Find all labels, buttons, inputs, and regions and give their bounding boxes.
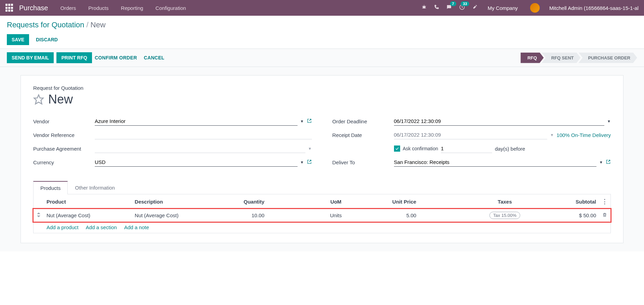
- col-actions: ⋮: [599, 194, 610, 209]
- confirm-days-input[interactable]: [441, 144, 492, 153]
- order-deadline-caret-icon[interactable]: ▼: [607, 119, 611, 123]
- deliver-to-input[interactable]: [394, 158, 597, 167]
- order-deadline-input[interactable]: [394, 117, 605, 126]
- top-navbar: Purchase Orders Products Reporting Confi…: [0, 0, 644, 16]
- add-section-link[interactable]: Add a section: [86, 224, 117, 230]
- cell-quantity[interactable]: 10.00: [220, 209, 267, 222]
- vendor-external-link-icon[interactable]: [307, 118, 312, 124]
- svg-marker-7: [34, 95, 43, 104]
- on-time-delivery-link[interactable]: 100% On-Time Delivery: [556, 132, 611, 138]
- vendor-ref-row: Vendor Reference: [33, 130, 312, 139]
- form-grid: Vendor ▼ Vendor Reference: [33, 117, 611, 171]
- save-button[interactable]: SAVE: [7, 34, 29, 45]
- sheet-container: Request for Quotation New Vendor ▼: [0, 67, 644, 251]
- cell-taxes[interactable]: Tax 15.00%: [419, 209, 552, 222]
- ask-confirmation-label: Ask confirmation: [403, 146, 438, 151]
- vendor-input[interactable]: [95, 117, 298, 126]
- purchase-agreement-caret-icon[interactable]: ▼: [308, 147, 312, 151]
- print-rfq-button[interactable]: PRINT RFQ: [56, 52, 92, 63]
- tab-other-information[interactable]: Other Information: [68, 181, 122, 194]
- breadcrumb-current: New: [91, 20, 106, 29]
- navbar-right: 7 33 My Company Mitchell Admin (16566864…: [421, 3, 639, 13]
- currency-row: Currency ▼: [33, 158, 312, 167]
- confirm-order-button[interactable]: CONFIRM ORDER: [95, 55, 137, 60]
- vendor-caret-icon[interactable]: ▼: [300, 119, 304, 123]
- cell-product[interactable]: Nut (Average Cost): [44, 209, 132, 222]
- svg-line-5: [425, 8, 426, 8]
- deliver-to-external-link-icon[interactable]: [606, 159, 611, 165]
- vendor-ref-input[interactable]: [95, 130, 312, 139]
- page-title: New: [48, 92, 73, 107]
- title-row: New: [33, 92, 611, 107]
- breadcrumb: Requests for Quotation / New: [7, 20, 637, 29]
- add-row: Add a product Add a section Add a note: [34, 222, 610, 233]
- bug-icon[interactable]: [421, 4, 427, 11]
- receipt-date-input[interactable]: [394, 130, 548, 139]
- ask-confirmation-checkbox[interactable]: [394, 145, 400, 152]
- action-bar: SEND BY EMAIL PRINT RFQ CONFIRM ORDER CA…: [0, 49, 644, 67]
- discard-button[interactable]: DISCARD: [36, 37, 58, 42]
- trash-icon[interactable]: [602, 212, 607, 218]
- currency-caret-icon[interactable]: ▼: [300, 160, 304, 164]
- currency-external-link-icon[interactable]: [307, 159, 312, 165]
- nav-links: Orders Products Reporting Configuration: [61, 5, 186, 11]
- col-description: Description: [132, 194, 220, 209]
- phone-icon[interactable]: [434, 4, 439, 11]
- days-before-label: day(s) before: [495, 146, 525, 152]
- nav-link-orders[interactable]: Orders: [61, 5, 76, 11]
- apps-icon[interactable]: [5, 4, 14, 12]
- nav-link-configuration[interactable]: Configuration: [156, 5, 186, 11]
- breadcrumb-root[interactable]: Requests for Quotation: [7, 20, 84, 29]
- cell-unit-price[interactable]: 5.00: [366, 209, 419, 222]
- purchase-agreement-input[interactable]: [95, 144, 305, 153]
- form-sheet: Request for Quotation New Vendor ▼: [21, 75, 623, 243]
- save-discard-row: SAVE DISCARD: [7, 34, 637, 45]
- kebab-icon[interactable]: ⋮: [602, 198, 608, 205]
- tab-products[interactable]: Products: [33, 181, 68, 194]
- col-unit-price: Unit Price: [366, 194, 419, 209]
- col-quantity: Quantity: [220, 194, 267, 209]
- activities-badge: 33: [461, 1, 469, 6]
- receipt-date-label: Receipt Date: [332, 132, 394, 138]
- col-product: Product: [44, 194, 132, 209]
- form-title-label: Request for Quotation: [33, 85, 611, 91]
- status-purchase-order[interactable]: PURCHASE ORDER: [578, 53, 637, 63]
- cell-subtotal: $ 50.00: [552, 209, 599, 222]
- tools-icon[interactable]: [472, 4, 477, 11]
- cell-uom[interactable]: Units: [267, 209, 366, 222]
- company-selector[interactable]: My Company: [488, 5, 518, 11]
- status-rfq[interactable]: RFQ: [521, 53, 543, 63]
- star-icon[interactable]: [33, 94, 44, 105]
- ask-confirmation-row: Ask confirmation day(s) before: [332, 144, 611, 153]
- products-table: Product Description Quantity UoM Unit Pr…: [34, 194, 610, 233]
- user-menu[interactable]: Mitchell Admin (16566864-saas-15-1-al: [549, 5, 639, 11]
- svg-line-2: [422, 6, 423, 6]
- order-deadline-label: Order Deadline: [332, 119, 394, 124]
- cell-description[interactable]: Nut (Average Cost): [132, 209, 220, 222]
- form-col-right: Order Deadline ▼ Receipt Date ▼ 100% On-…: [332, 117, 611, 171]
- currency-input[interactable]: [95, 158, 298, 167]
- deliver-to-label: Deliver To: [332, 160, 394, 165]
- status-bar: RFQ RFQ SENT PURCHASE ORDER: [521, 53, 637, 63]
- currency-label: Currency: [33, 160, 95, 165]
- send-by-email-button[interactable]: SEND BY EMAIL: [7, 52, 54, 63]
- receipt-date-row: Receipt Date ▼ 100% On-Time Delivery: [332, 130, 611, 139]
- cancel-button[interactable]: CANCEL: [144, 55, 165, 60]
- add-note-link[interactable]: Add a note: [124, 224, 149, 230]
- status-rfq-sent[interactable]: RFQ SENT: [542, 53, 581, 63]
- add-product-link[interactable]: Add a product: [47, 224, 78, 230]
- drag-column-header: [34, 194, 44, 209]
- drag-handle-icon[interactable]: [34, 209, 44, 222]
- svg-marker-9: [37, 216, 40, 217]
- nav-link-reporting[interactable]: Reporting: [121, 5, 143, 11]
- receipt-date-caret-icon[interactable]: ▼: [550, 133, 554, 137]
- deliver-to-caret-icon[interactable]: ▼: [599, 160, 603, 164]
- vendor-ref-label: Vendor Reference: [33, 132, 95, 138]
- control-panel: Requests for Quotation / New SAVE DISCAR…: [0, 16, 644, 49]
- messages-icon[interactable]: 7: [446, 4, 452, 12]
- nav-link-products[interactable]: Products: [88, 5, 108, 11]
- activities-icon[interactable]: 33: [459, 4, 465, 12]
- user-avatar[interactable]: [530, 3, 540, 13]
- table-row[interactable]: Nut (Average Cost) Nut (Average Cost) 10…: [34, 209, 610, 222]
- app-brand[interactable]: Purchase: [19, 4, 48, 12]
